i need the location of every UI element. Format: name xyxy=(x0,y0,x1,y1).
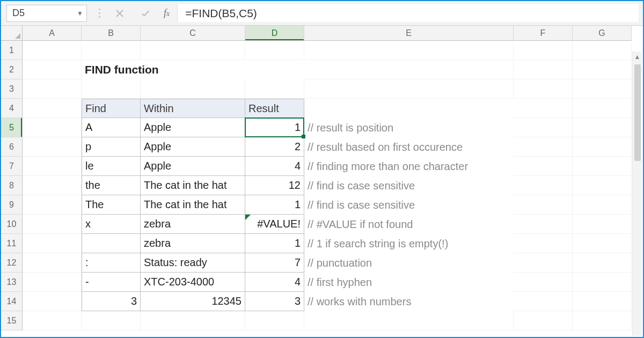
cell-G10[interactable] xyxy=(573,215,632,234)
col-header-G[interactable]: G xyxy=(573,26,632,41)
cell-D3[interactable] xyxy=(245,79,304,99)
cell-A13[interactable] xyxy=(23,273,82,292)
scroll-thumb[interactable] xyxy=(634,64,641,161)
cell-D10[interactable]: #VALUE! xyxy=(245,215,304,234)
row-header-8[interactable]: 8 xyxy=(1,176,23,195)
row-header-4[interactable]: 4 xyxy=(1,99,23,118)
row-header-9[interactable]: 9 xyxy=(1,195,23,215)
cell-A1[interactable] xyxy=(23,41,82,60)
cell-F13[interactable] xyxy=(514,273,573,292)
col-header-B[interactable]: B xyxy=(82,26,141,41)
cell-F1[interactable] xyxy=(514,41,573,60)
cell-D7[interactable]: 4 xyxy=(245,157,304,176)
cell-F6[interactable] xyxy=(514,137,573,157)
cell-E11[interactable]: // 1 if search string is empty(!) xyxy=(304,234,514,253)
cell-E12[interactable]: // punctuation xyxy=(304,253,514,273)
cell-G2[interactable] xyxy=(573,60,632,79)
row-header-6[interactable]: 6 xyxy=(1,137,23,157)
cell-A9[interactable] xyxy=(23,195,82,215)
col-header-A[interactable]: A xyxy=(23,26,82,41)
cell-A8[interactable] xyxy=(23,176,82,195)
col-header-D[interactable]: D xyxy=(245,26,304,41)
cell-A3[interactable] xyxy=(23,79,82,99)
cell-E15[interactable] xyxy=(304,311,514,330)
cell-A11[interactable] xyxy=(23,234,82,253)
cell-F7[interactable] xyxy=(514,157,573,176)
cell-C3[interactable] xyxy=(141,79,245,99)
row-header-11[interactable]: 11 xyxy=(1,234,23,253)
cell-C7[interactable]: Apple xyxy=(141,157,245,176)
cell-C1[interactable] xyxy=(141,41,245,60)
cell-G4[interactable] xyxy=(573,99,632,118)
cell-G1[interactable] xyxy=(573,41,632,60)
cell-F11[interactable] xyxy=(514,234,573,253)
col-header-E[interactable]: E xyxy=(304,26,514,41)
cell-G7[interactable] xyxy=(573,157,632,176)
cell-B3[interactable] xyxy=(82,79,141,99)
cell-F14[interactable] xyxy=(514,292,573,311)
cell-D8[interactable]: 12 xyxy=(245,176,304,195)
cell-A14[interactable] xyxy=(23,292,82,311)
fx-icon[interactable]: fx xyxy=(164,8,170,19)
row-header-12[interactable]: 12 xyxy=(1,253,23,273)
cell-F9[interactable] xyxy=(514,195,573,215)
cell-A15[interactable] xyxy=(23,311,82,330)
cell-C8[interactable]: The cat in the hat xyxy=(141,176,245,195)
cell-F8[interactable] xyxy=(514,176,573,195)
cell-C6[interactable]: Apple xyxy=(141,137,245,157)
row-header-14[interactable]: 14 xyxy=(1,292,23,311)
cell-D11[interactable]: 1 xyxy=(245,234,304,253)
cell-D5[interactable]: 1 xyxy=(245,118,304,137)
cell-G6[interactable] xyxy=(573,137,632,157)
cell-B13[interactable]: - xyxy=(82,273,141,292)
cell-C14[interactable]: 12345 xyxy=(141,292,245,311)
select-all-corner[interactable] xyxy=(1,26,23,41)
col-header-F[interactable]: F xyxy=(514,26,573,41)
cell-F2[interactable] xyxy=(514,60,573,79)
cell-A6[interactable] xyxy=(23,137,82,157)
cell-E2[interactable] xyxy=(304,60,514,79)
cell-B15[interactable] xyxy=(82,311,141,330)
cell-B6[interactable]: p xyxy=(82,137,141,157)
chevron-down-icon[interactable]: ▼ xyxy=(77,10,83,17)
cell-F15[interactable] xyxy=(514,311,573,330)
cell-A2[interactable] xyxy=(23,60,82,79)
name-box[interactable]: D5 ▼ xyxy=(6,5,87,22)
enter-button[interactable] xyxy=(138,6,153,21)
formula-input[interactable]: =FIND(B5,C5) xyxy=(177,4,639,22)
row-header-7[interactable]: 7 xyxy=(1,157,23,176)
cell-D4[interactable]: Result xyxy=(245,99,304,118)
cell-E13[interactable]: // first hyphen xyxy=(304,273,514,292)
cell-E10[interactable]: // #VALUE if not found xyxy=(304,215,514,234)
row-header-13[interactable]: 13 xyxy=(1,273,23,292)
cell-A4[interactable] xyxy=(23,99,82,118)
cell-B12[interactable]: : xyxy=(82,253,141,273)
row-header-5[interactable]: 5 xyxy=(1,118,23,137)
cell-D15[interactable] xyxy=(245,311,304,330)
cell-D13[interactable]: 4 xyxy=(245,273,304,292)
cell-C10[interactable]: zebra xyxy=(141,215,245,234)
cell-E4[interactable] xyxy=(304,99,514,118)
cell-B14[interactable]: 3 xyxy=(82,292,141,311)
cell-E1[interactable] xyxy=(304,41,514,60)
spreadsheet-grid[interactable]: A B C D E F G 1 2 FIND function 3 4 Find… xyxy=(1,26,643,330)
cell-E8[interactable]: // find is case sensitive xyxy=(304,176,514,195)
cell-B7[interactable]: le xyxy=(82,157,141,176)
cell-G12[interactable] xyxy=(573,253,632,273)
cell-C4[interactable]: Within xyxy=(141,99,245,118)
row-header-10[interactable]: 10 xyxy=(1,215,23,234)
cell-G11[interactable] xyxy=(573,234,632,253)
cell-G5[interactable] xyxy=(573,118,632,137)
cell-F10[interactable] xyxy=(514,215,573,234)
cell-F5[interactable] xyxy=(514,118,573,137)
row-header-15[interactable]: 15 xyxy=(1,311,23,330)
cell-G15[interactable] xyxy=(573,311,632,330)
cell-C9[interactable]: The cat in the hat xyxy=(141,195,245,215)
row-header-2[interactable]: 2 xyxy=(1,60,23,79)
cell-C5[interactable]: Apple xyxy=(141,118,245,137)
cell-G8[interactable] xyxy=(573,176,632,195)
cell-F4[interactable] xyxy=(514,99,573,118)
cell-C11[interactable]: zebra xyxy=(141,234,245,253)
cell-D9[interactable]: 1 xyxy=(245,195,304,215)
cell-C12[interactable]: Status: ready xyxy=(141,253,245,273)
